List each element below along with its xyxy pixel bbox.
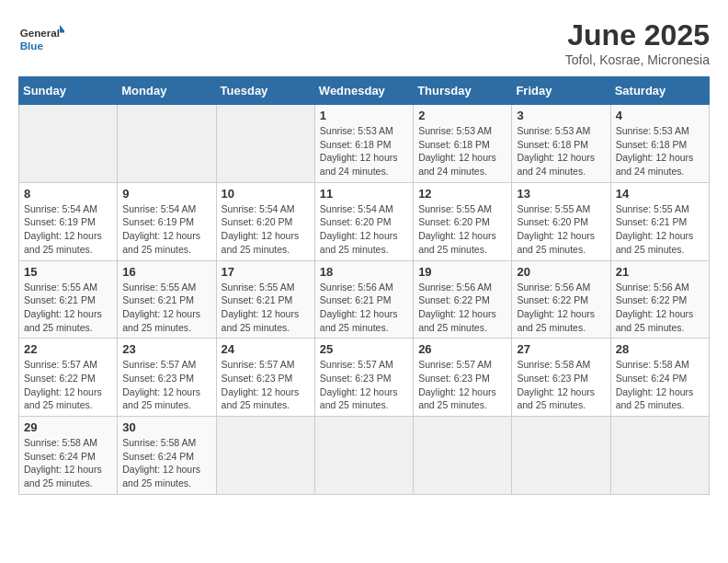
day-number: 11: [320, 187, 408, 201]
header-monday: Monday: [118, 77, 216, 105]
day-info: Sunrise: 5:55 AMSunset: 6:21 PMDaylight:…: [616, 203, 694, 255]
day-number: 3: [517, 109, 605, 122]
day-number: 28: [616, 342, 704, 356]
calendar-title: June 2025: [565, 18, 710, 52]
svg-marker-2: [60, 25, 64, 32]
day-number: 2: [418, 109, 506, 122]
day-info: Sunrise: 5:57 AMSunset: 6:23 PMDaylight:…: [418, 359, 496, 410]
table-row: 26 Sunrise: 5:57 AMSunset: 6:23 PMDaylig…: [414, 339, 512, 417]
table-row: 14 Sunrise: 5:55 AMSunset: 6:21 PMDaylig…: [610, 182, 709, 260]
day-number: 9: [122, 187, 210, 201]
day-info: Sunrise: 5:53 AMSunset: 6:18 PMDaylight:…: [418, 125, 496, 177]
day-info: Sunrise: 5:56 AMSunset: 6:22 PMDaylight:…: [616, 282, 694, 333]
week-row-4: 29 Sunrise: 5:58 AMSunset: 6:24 PMDaylig…: [19, 417, 710, 495]
logo-svg: General Blue: [18, 18, 64, 60]
table-row: 13 Sunrise: 5:55 AMSunset: 6:20 PMDaylig…: [512, 182, 610, 260]
day-number: 15: [24, 265, 112, 279]
table-row: [216, 105, 314, 183]
table-row: 8 Sunrise: 5:54 AMSunset: 6:19 PMDayligh…: [19, 182, 118, 260]
table-row: 28 Sunrise: 5:58 AMSunset: 6:24 PMDaylig…: [610, 339, 709, 417]
day-number: 21: [616, 265, 704, 279]
day-info: Sunrise: 5:55 AMSunset: 6:20 PMDaylight:…: [418, 203, 496, 255]
day-info: Sunrise: 5:58 AMSunset: 6:24 PMDaylight:…: [616, 359, 694, 410]
day-info: Sunrise: 5:55 AMSunset: 6:21 PMDaylight:…: [222, 282, 300, 333]
table-row: [118, 105, 216, 183]
day-info: Sunrise: 5:55 AMSunset: 6:21 PMDaylight:…: [24, 282, 102, 333]
day-number: 23: [122, 342, 210, 356]
day-number: 4: [616, 109, 704, 122]
calendar-table: Sunday Monday Tuesday Wednesday Thursday…: [18, 76, 710, 495]
table-row: 18 Sunrise: 5:56 AMSunset: 6:21 PMDaylig…: [314, 260, 413, 339]
day-number: 1: [320, 109, 408, 122]
day-info: Sunrise: 5:53 AMSunset: 6:18 PMDaylight:…: [517, 125, 595, 177]
table-row: 27 Sunrise: 5:58 AMSunset: 6:23 PMDaylig…: [512, 339, 610, 417]
svg-text:Blue: Blue: [20, 40, 44, 52]
week-row-1: 8 Sunrise: 5:54 AMSunset: 6:19 PMDayligh…: [19, 182, 710, 260]
day-number: 14: [616, 187, 704, 201]
day-number: 13: [517, 187, 605, 201]
day-info: Sunrise: 5:57 AMSunset: 6:23 PMDaylight:…: [122, 359, 200, 410]
week-row-2: 15 Sunrise: 5:55 AMSunset: 6:21 PMDaylig…: [19, 260, 710, 339]
day-info: Sunrise: 5:57 AMSunset: 6:23 PMDaylight:…: [222, 359, 300, 410]
header-wednesday: Wednesday: [314, 77, 413, 105]
page-header: General Blue June 2025 Tofol, Kosrae, Mi…: [18, 18, 710, 67]
day-info: Sunrise: 5:57 AMSunset: 6:23 PMDaylight:…: [320, 359, 398, 410]
day-number: 22: [24, 342, 112, 356]
day-info: Sunrise: 5:58 AMSunset: 6:23 PMDaylight:…: [517, 359, 595, 410]
day-number: 8: [24, 187, 112, 201]
day-number: 26: [418, 342, 506, 356]
table-row: 24 Sunrise: 5:57 AMSunset: 6:23 PMDaylig…: [216, 339, 314, 417]
table-row: [414, 417, 512, 495]
svg-text:General: General: [20, 27, 60, 39]
table-row: 9 Sunrise: 5:54 AMSunset: 6:19 PMDayligh…: [118, 182, 216, 260]
day-info: Sunrise: 5:55 AMSunset: 6:21 PMDaylight:…: [122, 282, 200, 333]
table-row: 29 Sunrise: 5:58 AMSunset: 6:24 PMDaylig…: [19, 417, 118, 495]
table-row: 19 Sunrise: 5:56 AMSunset: 6:22 PMDaylig…: [414, 260, 512, 339]
table-row: 17 Sunrise: 5:55 AMSunset: 6:21 PMDaylig…: [216, 260, 314, 339]
table-row: 25 Sunrise: 5:57 AMSunset: 6:23 PMDaylig…: [314, 339, 413, 417]
day-info: Sunrise: 5:56 AMSunset: 6:22 PMDaylight:…: [418, 282, 496, 333]
week-row-0: 1 Sunrise: 5:53 AMSunset: 6:18 PMDayligh…: [19, 105, 710, 183]
day-number: 30: [122, 420, 210, 434]
header-friday: Friday: [512, 77, 610, 105]
day-number: 19: [418, 265, 506, 279]
title-block: June 2025 Tofol, Kosrae, Micronesia: [565, 18, 710, 67]
day-number: 24: [222, 342, 310, 356]
table-row: [610, 417, 709, 495]
day-info: Sunrise: 5:54 AMSunset: 6:19 PMDaylight:…: [122, 203, 200, 255]
table-row: [314, 417, 413, 495]
header-saturday: Saturday: [610, 77, 709, 105]
day-info: Sunrise: 5:56 AMSunset: 6:22 PMDaylight:…: [517, 282, 595, 333]
table-row: 10 Sunrise: 5:54 AMSunset: 6:20 PMDaylig…: [216, 182, 314, 260]
day-info: Sunrise: 5:53 AMSunset: 6:18 PMDaylight:…: [320, 125, 398, 177]
table-row: 1 Sunrise: 5:53 AMSunset: 6:18 PMDayligh…: [314, 105, 413, 183]
day-info: Sunrise: 5:55 AMSunset: 6:20 PMDaylight:…: [517, 203, 595, 255]
day-info: Sunrise: 5:57 AMSunset: 6:22 PMDaylight:…: [24, 359, 102, 410]
table-row: 12 Sunrise: 5:55 AMSunset: 6:20 PMDaylig…: [414, 182, 512, 260]
day-info: Sunrise: 5:58 AMSunset: 6:24 PMDaylight:…: [24, 437, 102, 488]
header-sunday: Sunday: [19, 77, 118, 105]
table-row: 11 Sunrise: 5:54 AMSunset: 6:20 PMDaylig…: [314, 182, 413, 260]
table-row: 30 Sunrise: 5:58 AMSunset: 6:24 PMDaylig…: [118, 417, 216, 495]
day-info: Sunrise: 5:53 AMSunset: 6:18 PMDaylight:…: [616, 125, 694, 177]
logo: General Blue: [18, 18, 64, 60]
table-row: 23 Sunrise: 5:57 AMSunset: 6:23 PMDaylig…: [118, 339, 216, 417]
day-info: Sunrise: 5:56 AMSunset: 6:21 PMDaylight:…: [320, 282, 398, 333]
table-row: 3 Sunrise: 5:53 AMSunset: 6:18 PMDayligh…: [512, 105, 610, 183]
day-number: 20: [517, 265, 605, 279]
day-info: Sunrise: 5:58 AMSunset: 6:24 PMDaylight:…: [122, 437, 200, 488]
table-row: [216, 417, 314, 495]
day-number: 18: [320, 265, 408, 279]
day-number: 12: [418, 187, 506, 201]
calendar-subtitle: Tofol, Kosrae, Micronesia: [565, 52, 710, 67]
table-row: 4 Sunrise: 5:53 AMSunset: 6:18 PMDayligh…: [610, 105, 709, 183]
day-number: 10: [222, 187, 310, 201]
header-thursday: Thursday: [414, 77, 512, 105]
header-tuesday: Tuesday: [216, 77, 314, 105]
table-row: 2 Sunrise: 5:53 AMSunset: 6:18 PMDayligh…: [414, 105, 512, 183]
day-number: 25: [320, 342, 408, 356]
table-row: 20 Sunrise: 5:56 AMSunset: 6:22 PMDaylig…: [512, 260, 610, 339]
table-row: 15 Sunrise: 5:55 AMSunset: 6:21 PMDaylig…: [19, 260, 118, 339]
day-number: 29: [24, 420, 112, 434]
table-row: [19, 105, 118, 183]
